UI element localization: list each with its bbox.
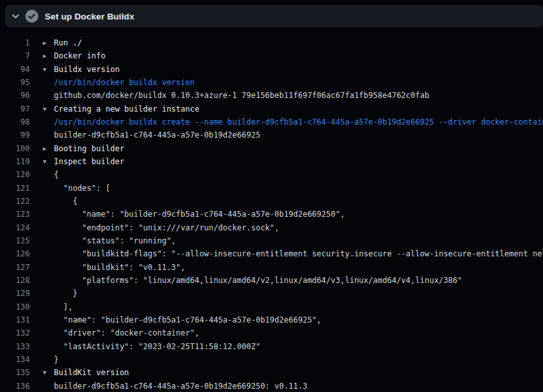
- line-text: "lastActivity": "2023-02-25T11:58:12.000…: [54, 342, 260, 351]
- log-line: 127 "buildkit": "v0.11.3",: [0, 261, 543, 274]
- line-text: Booting builder: [54, 144, 124, 153]
- line-number[interactable]: 128: [0, 276, 30, 285]
- line-text: "platforms": "linux/amd64,linux/amd64/v2…: [54, 276, 462, 285]
- triangle-down-icon: ▼: [43, 369, 54, 376]
- line-text: Run ./: [54, 38, 82, 47]
- line-text: github.com/docker/buildx 0.10.3+azure-1 …: [54, 91, 429, 100]
- line-number[interactable]: 123: [0, 210, 30, 219]
- log-line: 96github.com/docker/buildx 0.10.3+azure-…: [0, 89, 543, 102]
- line-text: ],: [54, 302, 73, 312]
- line-text: Creating a new builder instance: [54, 104, 199, 114]
- line-text: "status": "running",: [54, 236, 176, 245]
- log-line: 124 "endpoint": "unix:///var/run/docker.…: [0, 221, 543, 234]
- line-number[interactable]: 94: [0, 65, 30, 74]
- line-number[interactable]: 121: [0, 184, 30, 193]
- triangle-right-icon: ▶: [43, 40, 54, 46]
- log-group-line[interactable]: 135▼BuildKit version: [0, 366, 543, 379]
- line-number[interactable]: 7: [0, 51, 30, 60]
- log-line: 131 "name": "builder-d9cfb5a1-c764-445a-…: [0, 313, 543, 326]
- log-group-line[interactable]: 119▼Inspect builder: [0, 155, 543, 168]
- triangle-down-icon: ▼: [43, 66, 54, 73]
- log-line: 95/usr/bin/docker buildx version: [0, 76, 543, 89]
- log-line: 99builder-d9cfb5a1-c764-445a-a57e-0b19d2…: [0, 129, 543, 141]
- line-text: /usr/bin/docker buildx version: [54, 78, 195, 87]
- log-line: 130 ],: [0, 300, 543, 313]
- line-number[interactable]: 126: [0, 249, 30, 258]
- log-lines: 1▶Run ./7▶Docker info94▼Buildx version95…: [0, 36, 543, 392]
- line-text: "nodes": [: [54, 184, 110, 193]
- line-number[interactable]: 134: [0, 355, 30, 364]
- line-number[interactable]: 129: [0, 289, 30, 298]
- triangle-right-icon: ▶: [43, 145, 54, 152]
- log-line: 129 }: [0, 287, 543, 300]
- line-number[interactable]: 120: [0, 170, 30, 179]
- line-text: {: [54, 170, 58, 179]
- line-number[interactable]: 136: [0, 382, 30, 391]
- line-number[interactable]: 97: [0, 104, 30, 114]
- line-text: BuildKit version: [54, 368, 129, 377]
- chevron-down-icon[interactable]: [12, 12, 19, 20]
- line-number[interactable]: 135: [0, 368, 30, 377]
- line-text: }: [54, 355, 58, 364]
- line-number[interactable]: 122: [0, 197, 30, 206]
- line-number[interactable]: 99: [0, 130, 30, 140]
- line-number[interactable]: 132: [0, 328, 30, 337]
- line-number[interactable]: 119: [0, 157, 30, 166]
- line-text: builder-d9cfb5a1-c764-445a-a57e-0b19d2e6…: [54, 382, 307, 391]
- log-group-line[interactable]: 94▼Buildx version: [0, 63, 543, 76]
- triangle-down-icon: ▼: [43, 158, 54, 165]
- line-number[interactable]: 1: [0, 38, 30, 47]
- log-line: 128 "platforms": "linux/amd64,linux/amd6…: [0, 274, 543, 287]
- log-line: 98/usr/bin/docker buildx create --name b…: [0, 116, 543, 129]
- log-group-line[interactable]: 7▶Docker info: [0, 49, 543, 62]
- log-line: 132 "driver": "docker-container",: [0, 326, 543, 339]
- line-text: builder-d9cfb5a1-c764-445a-a57e-0b19d2e6…: [54, 130, 260, 140]
- step-header[interactable]: Set up Docker Buildx: [5, 5, 543, 27]
- line-text: /usr/bin/docker buildx create --name bui…: [54, 117, 543, 127]
- line-number[interactable]: 125: [0, 236, 30, 245]
- check-circle-icon: [25, 10, 38, 23]
- line-number[interactable]: 95: [0, 78, 30, 87]
- triangle-down-icon: ▼: [43, 106, 54, 112]
- log-line: 126 "buildkitd-flags": "--allow-insecure…: [0, 247, 543, 260]
- line-number[interactable]: 124: [0, 223, 30, 232]
- log-line: 123 "name": "builder-d9cfb5a1-c764-445a-…: [0, 208, 543, 221]
- line-number[interactable]: 131: [0, 315, 30, 325]
- line-number[interactable]: 133: [0, 342, 30, 351]
- line-number[interactable]: 96: [0, 91, 30, 100]
- log-group-line[interactable]: 97▼Creating a new builder instance: [0, 103, 543, 116]
- log-line: 136builder-d9cfb5a1-c764-445a-a57e-0b19d…: [0, 380, 543, 392]
- log-line: 120{: [0, 168, 543, 181]
- line-text: Docker info: [54, 51, 105, 60]
- log-group-line[interactable]: 100▶Booting builder: [0, 142, 543, 155]
- line-number[interactable]: 98: [0, 117, 30, 127]
- log-viewer: 1▶Run ./7▶Docker info94▼Buildx version95…: [0, 31, 543, 392]
- step-title: Set up Docker Buildx: [45, 12, 134, 21]
- line-number[interactable]: 127: [0, 263, 30, 272]
- log-line: 133 "lastActivity": "2023-02-25T11:58:12…: [0, 340, 543, 353]
- log-line: 134}: [0, 353, 543, 366]
- line-number[interactable]: 130: [0, 302, 30, 312]
- log-line: 121 "nodes": [: [0, 182, 543, 195]
- line-text: }: [54, 289, 77, 298]
- line-text: "endpoint": "unix:///var/run/docker.sock…: [54, 223, 279, 232]
- log-group-line[interactable]: 1▶Run ./: [0, 36, 543, 49]
- log-line: 125 "status": "running",: [0, 234, 543, 247]
- line-text: Buildx version: [54, 65, 120, 74]
- line-text: "name": "builder-d9cfb5a1-c764-445a-a57e…: [54, 315, 322, 325]
- line-text: "name": "builder-d9cfb5a1-c764-445a-a57e…: [54, 210, 345, 219]
- line-text: Inspect builder: [54, 157, 124, 166]
- log-line: 122 {: [0, 195, 543, 208]
- line-text: "buildkit": "v0.11.3",: [54, 263, 185, 272]
- triangle-right-icon: ▶: [43, 53, 54, 59]
- line-text: {: [54, 197, 77, 206]
- line-text: "driver": "docker-container",: [54, 328, 199, 337]
- line-text: "buildkitd-flags": "--allow-insecure-ent…: [54, 249, 543, 258]
- line-number[interactable]: 100: [0, 144, 30, 153]
